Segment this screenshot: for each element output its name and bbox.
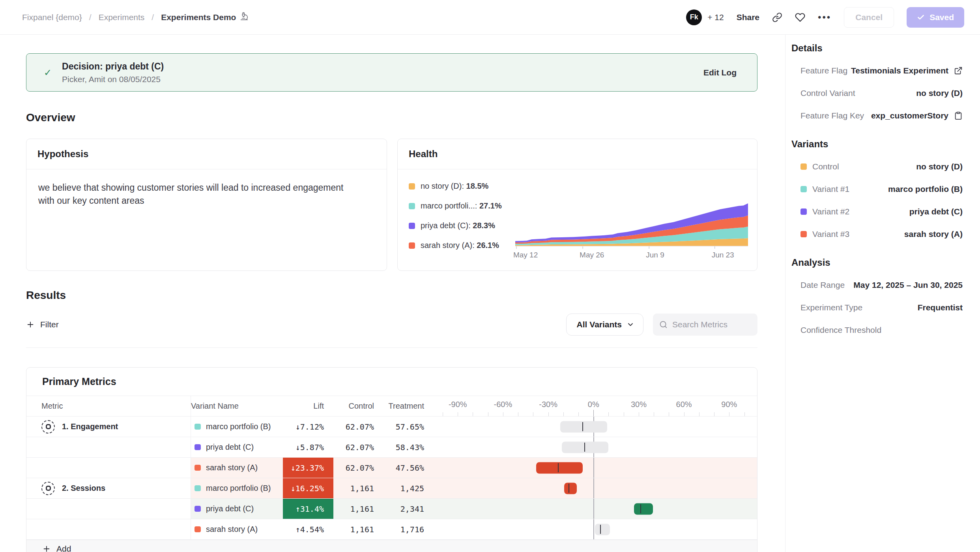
ruler-tick	[639, 412, 639, 416]
control-value: 1,161	[333, 519, 376, 539]
health-title: Health	[409, 148, 438, 160]
cancel-button[interactable]: Cancel	[844, 7, 894, 28]
experiment-page: Fixpanel {demo} / Experiments / Experime…	[0, 0, 980, 552]
add-filter-button[interactable]: Filter	[26, 320, 59, 329]
lift-mean-tick	[640, 504, 641, 513]
variant-name: marco portfolio (B)	[206, 422, 271, 431]
analysis-row-experiment-type: Experiment Type Frequentist	[791, 296, 963, 319]
divider	[26, 347, 757, 348]
control-value: 62.07%	[333, 458, 376, 478]
table-row: sarah story (A) ↓23.37% 62.07% 47.56%	[26, 458, 757, 478]
variant-name: priya debt (C)	[206, 504, 254, 513]
primary-metrics-card: Primary Metrics Metric Variant Name Lift…	[26, 367, 757, 552]
copy-icon[interactable]	[954, 111, 963, 120]
chevron-down-icon	[627, 321, 634, 329]
zero-line	[593, 478, 594, 498]
lift-value: ↓23.37%	[283, 458, 333, 478]
treatment-value: 2,341	[376, 499, 426, 519]
analysis-heading: Analysis	[791, 257, 963, 268]
lift-mean-tick	[582, 422, 583, 431]
x-axis-label: Jun 9	[646, 251, 664, 259]
column-header-control: Control	[333, 396, 376, 416]
breadcrumb: Fixpanel {demo} / Experiments / Experime…	[22, 12, 249, 23]
axis-tick-label: 0%	[588, 400, 599, 409]
zero-line	[593, 499, 594, 519]
variant-swatch	[800, 231, 807, 237]
ruler-tick	[548, 412, 549, 416]
confidence-interval-cell	[434, 417, 757, 437]
lift-value: ↑31.4%	[283, 499, 333, 519]
favorite-heart-icon[interactable]	[795, 12, 805, 23]
saved-button[interactable]: Saved	[907, 7, 964, 28]
confidence-interval-cell	[434, 458, 757, 478]
health-legend: no story (D): 18.5% marco portfoli...: 2…	[409, 182, 502, 250]
lift-mean-tick	[558, 463, 559, 472]
ruler-tick	[624, 412, 624, 416]
axis-tick-label: -30%	[539, 400, 557, 409]
zero-line	[593, 519, 594, 539]
variant-name: marco portfolio (B)	[206, 484, 271, 493]
detail-row-feature-flag: Feature Flag Testimonials Experiment	[791, 59, 963, 82]
top-bar: Fixpanel {demo} / Experiments / Experime…	[0, 0, 980, 35]
add-metric-button[interactable]: Add	[42, 544, 71, 552]
page-title: Experiments Demo	[161, 13, 236, 22]
ruler-tick	[458, 412, 458, 416]
ruler-tick	[744, 412, 745, 416]
results-heading: Results	[26, 289, 757, 302]
detail-row-control-variant: Control Variant no story (D)	[791, 82, 963, 104]
breadcrumb-experiments[interactable]: Experiments	[99, 13, 145, 22]
ruler-tick	[488, 412, 488, 416]
table-row: sarah story (A) ↑4.54% 1,161 1,716	[26, 519, 757, 540]
avatar[interactable]: Fk	[686, 9, 702, 25]
ci-axis-header: -90%-60%-30%0%30%60%90%	[434, 396, 757, 416]
control-value: 62.07%	[333, 417, 376, 437]
hypothesis-body: we believe that showing customer stories…	[26, 169, 374, 219]
details-heading: Details	[791, 43, 963, 54]
variant-swatch	[195, 526, 201, 532]
analysis-row-confidence-threshold: Confidence Threshold	[791, 319, 963, 341]
goal-icon	[41, 482, 55, 495]
more-options-icon[interactable]: •••	[818, 12, 831, 23]
edit-log-button[interactable]: Edit Log	[703, 68, 737, 77]
ruler-tick	[714, 412, 714, 416]
variant-row: Control no story (D)	[791, 155, 963, 178]
variants-dropdown[interactable]: All Variants	[566, 314, 643, 336]
column-header-metric: Metric	[26, 396, 191, 416]
table-header: Metric Variant Name Lift Control Treatme…	[26, 396, 757, 417]
axis-tick-label: -60%	[494, 400, 512, 409]
external-link-icon[interactable]	[954, 66, 963, 75]
share-button[interactable]: Share	[737, 13, 759, 22]
decision-title: Decision: priya debt (C)	[62, 61, 703, 72]
legend-item: priya debt (C): 28.3%	[409, 221, 502, 230]
variant-swatch	[195, 465, 201, 471]
metric-name: 2. Sessions	[62, 484, 105, 493]
ruler-tick	[729, 412, 729, 416]
goal-icon	[41, 420, 55, 434]
ruler-tick	[669, 412, 669, 416]
lift-value: ↑4.54%	[283, 519, 333, 539]
zero-line	[593, 458, 594, 478]
column-header-treatment: Treatment	[376, 396, 426, 416]
breadcrumb-project[interactable]: Fixpanel {demo}	[22, 13, 82, 22]
legend-item: sarah story (A): 26.1%	[409, 241, 502, 250]
x-axis-label: May 12	[513, 251, 538, 259]
axis-tick-label: -90%	[449, 400, 467, 409]
variants-section: Variants Control no story (D) Variant #1…	[791, 139, 963, 245]
confidence-interval-bar	[562, 441, 608, 453]
collaborators-count[interactable]: + 12	[707, 13, 724, 22]
details-sidebar: Details Feature Flag Testimonials Experi…	[785, 35, 980, 552]
control-value: 1,161	[333, 478, 376, 498]
treatment-value: 1,425	[376, 478, 426, 498]
copy-link-icon[interactable]	[772, 12, 782, 23]
search-metrics-input[interactable]	[672, 320, 751, 329]
search-icon	[659, 320, 668, 329]
primary-metrics-title: Primary Metrics	[42, 376, 116, 387]
hypothesis-title: Hypothesis	[37, 148, 88, 160]
ruler-tick	[654, 412, 654, 416]
ruler-tick	[684, 412, 685, 416]
variant-row: Variant #3 sarah story (A)	[791, 223, 963, 245]
ruler-tick	[699, 412, 699, 416]
variant-row: Variant #1 marco portfolio (B)	[791, 178, 963, 200]
content: ✓ Decision: priya debt (C) Picker, Amit …	[0, 35, 980, 552]
ruler-tick	[473, 412, 473, 416]
